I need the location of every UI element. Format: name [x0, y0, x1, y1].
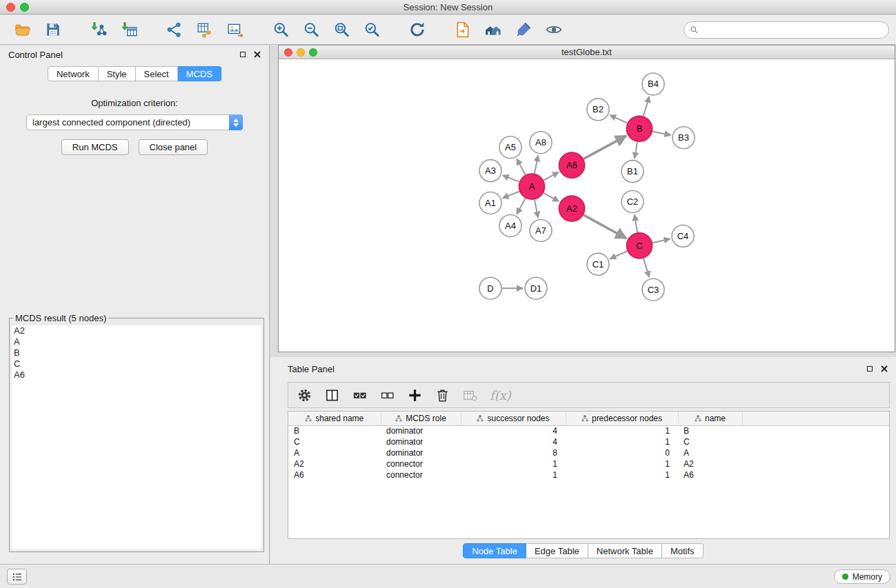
node-C4[interactable]: C4	[672, 225, 694, 247]
edge-A-A6[interactable]	[544, 172, 559, 181]
edge-A-A1[interactable]	[503, 192, 519, 199]
node-A[interactable]: A	[519, 174, 545, 199]
edge-C-C4[interactable]	[653, 239, 670, 243]
show-columns-button[interactable]	[321, 385, 342, 405]
float-panel-icon[interactable]	[240, 52, 246, 57]
edge-B-B3[interactable]	[653, 132, 670, 135]
column-header-name[interactable]: name	[678, 412, 742, 425]
first-neighbors-button[interactable]	[479, 18, 507, 41]
import-network-button[interactable]	[84, 18, 112, 41]
tab-style[interactable]: Style	[99, 66, 136, 81]
save-session-button[interactable]	[39, 18, 67, 41]
node-B1[interactable]: B1	[621, 161, 644, 183]
edge-A-A5[interactable]	[517, 159, 526, 174]
import-table-button[interactable]	[115, 18, 143, 41]
node-B[interactable]: B	[627, 116, 653, 141]
node-A8[interactable]: A8	[530, 132, 552, 154]
table-row[interactable]: Cdominator41C	[288, 436, 889, 447]
table-row[interactable]: Adominator80A	[288, 447, 889, 458]
column-header-successor-nodes[interactable]: successor nodes	[461, 412, 566, 425]
network-canvas-area[interactable]: B4B2BB3A8A5A6B1A3AA1C2A2A4A7C4CC1C3DD1	[279, 60, 895, 352]
mcds-result-item[interactable]: C	[12, 358, 261, 369]
unselect-all-button[interactable]	[377, 385, 397, 405]
table-row[interactable]: Bdominator41B	[288, 425, 889, 436]
mcds-result-item[interactable]: A6	[12, 369, 261, 381]
network-canvas[interactable]: B4B2BB3A8A5A6B1A3AA1C2A2A4A7C4CC1C3DD1	[279, 60, 895, 352]
node-B2[interactable]: B2	[587, 99, 609, 121]
close-table-panel-icon[interactable]	[881, 365, 888, 372]
tab-node-table[interactable]: Node Table	[463, 543, 526, 558]
zoom-selected-button[interactable]	[357, 18, 386, 41]
select-all-button[interactable]	[349, 385, 370, 405]
zoom-window-button[interactable]	[20, 3, 29, 12]
node-C2[interactable]: C2	[621, 191, 644, 213]
node-A5[interactable]: A5	[499, 136, 521, 159]
close-panel-button[interactable]: Close panel	[139, 139, 208, 155]
close-panel-icon[interactable]	[254, 51, 261, 58]
close-window-button[interactable]	[6, 3, 15, 12]
network-zoom-button[interactable]	[309, 48, 317, 57]
run-mcds-button[interactable]: Run MCDS	[61, 139, 129, 155]
tab-network-table[interactable]: Network Table	[588, 543, 662, 558]
column-header-shared-name[interactable]: shared name	[288, 412, 381, 425]
node-D[interactable]: D	[479, 277, 501, 299]
open-file-button[interactable]	[8, 18, 37, 41]
edge-A-A3[interactable]	[503, 175, 519, 181]
delete-row-button[interactable]	[432, 385, 452, 405]
column-header-MCDS-role[interactable]: MCDS role	[381, 412, 461, 425]
tab-mcds[interactable]: MCDS	[178, 66, 221, 81]
zoom-out-button[interactable]	[297, 18, 325, 41]
edge-A6-B[interactable]	[584, 136, 626, 159]
edge-A-A8[interactable]	[535, 155, 538, 173]
panel-list-button[interactable]	[7, 569, 27, 585]
add-row-button[interactable]	[404, 385, 425, 405]
mcds-result-item[interactable]: B	[12, 347, 261, 358]
node-C[interactable]: C	[627, 233, 653, 258]
node-A1[interactable]: A1	[479, 192, 501, 214]
node-D1[interactable]: D1	[525, 277, 547, 299]
optimization-criterion-select[interactable]: largest connected component (directed)	[26, 114, 243, 130]
export-image-button[interactable]	[221, 18, 249, 41]
node-A3[interactable]: A3	[479, 160, 501, 182]
zoom-fit-button[interactable]	[327, 18, 355, 41]
float-table-panel-icon[interactable]	[867, 366, 873, 372]
open-document-button[interactable]	[448, 18, 477, 41]
memory-button[interactable]: Memory	[834, 569, 890, 584]
node-B4[interactable]: B4	[642, 73, 664, 95]
edge-C-C2[interactable]	[635, 214, 637, 232]
tab-network[interactable]: Network	[48, 66, 99, 81]
edge-A-A2[interactable]	[544, 193, 559, 201]
show-hide-button[interactable]	[539, 18, 568, 41]
edge-B-B2[interactable]	[610, 115, 627, 123]
edge-A2-C[interactable]	[584, 215, 626, 239]
refresh-button[interactable]	[403, 18, 431, 41]
edge-C-C3[interactable]	[644, 258, 650, 277]
mcds-result-item[interactable]: A2	[12, 325, 261, 336]
table-settings-button[interactable]	[294, 385, 315, 405]
tab-motifs[interactable]: Motifs	[662, 543, 704, 558]
edge-A-A4[interactable]	[517, 199, 526, 214]
edge-B-B1[interactable]	[635, 142, 637, 159]
node-B3[interactable]: B3	[673, 127, 695, 149]
table-row[interactable]: A2connector11A2	[288, 458, 889, 469]
node-A6[interactable]: A6	[559, 152, 585, 178]
network-close-button[interactable]	[284, 48, 292, 57]
node-A7[interactable]: A7	[530, 219, 552, 241]
network-minimize-button[interactable]	[297, 48, 305, 57]
zoom-in-button[interactable]	[266, 18, 295, 41]
edge-C-C1[interactable]	[610, 251, 627, 258]
tab-select[interactable]: Select	[136, 66, 178, 81]
table-row[interactable]: A6connector11A6	[288, 469, 889, 480]
mcds-result-item[interactable]: A	[12, 336, 261, 347]
node-C1[interactable]: C1	[587, 253, 609, 275]
edge-A-A7[interactable]	[535, 200, 538, 218]
edge-B-B4[interactable]	[644, 97, 650, 116]
tab-edge-table[interactable]: Edge Table	[526, 543, 588, 558]
node-A4[interactable]: A4	[499, 214, 521, 236]
new-network-table-button[interactable]	[190, 18, 219, 41]
node-C3[interactable]: C3	[642, 278, 664, 301]
search-input[interactable]	[702, 25, 888, 35]
column-header-predecessor-nodes[interactable]: predecessor nodes	[566, 412, 678, 425]
node-A2[interactable]: A2	[559, 196, 585, 221]
new-network-button[interactable]	[160, 18, 188, 41]
